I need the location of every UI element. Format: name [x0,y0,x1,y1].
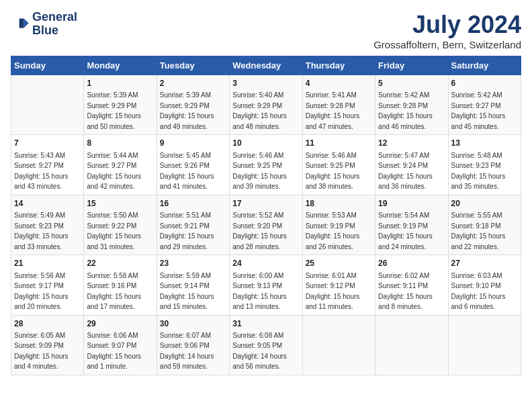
calendar-cell: 14Sunrise: 5:49 AM Sunset: 9:23 PM Dayli… [11,195,84,255]
day-content: Sunrise: 6:01 AM Sunset: 9:12 PM Dayligh… [306,272,360,311]
calendar-cell [11,75,84,135]
calendar-cell: 19Sunrise: 5:54 AM Sunset: 9:19 PM Dayli… [375,195,448,255]
day-number: 28 [14,318,81,330]
main-title: July 2024 [373,11,521,39]
day-content: Sunrise: 5:45 AM Sunset: 9:26 PM Dayligh… [160,152,214,191]
day-number: 22 [87,258,153,269]
day-number: 1 [87,78,153,89]
header-day-tuesday: Tuesday [157,56,229,75]
calendar-cell: 28Sunrise: 6:05 AM Sunset: 9:09 PM Dayli… [11,315,84,375]
calendar-cell: 30Sunrise: 6:07 AM Sunset: 9:06 PM Dayli… [157,315,229,375]
day-number: 10 [232,138,299,149]
header-day-monday: Monday [84,56,157,75]
day-number: 19 [378,198,445,210]
calendar-cell: 15Sunrise: 5:50 AM Sunset: 9:22 PM Dayli… [84,195,157,255]
day-content: Sunrise: 5:46 AM Sunset: 9:25 PM Dayligh… [232,152,287,191]
day-number: 6 [451,78,518,89]
logo: General Blue [11,11,77,38]
day-number: 15 [87,198,153,210]
day-content: Sunrise: 6:03 AM Sunset: 9:10 PM Dayligh… [451,272,506,311]
day-content: Sunrise: 5:39 AM Sunset: 9:29 PM Dayligh… [87,91,141,130]
calendar-cell: 22Sunrise: 5:58 AM Sunset: 9:16 PM Dayli… [84,255,157,315]
day-content: Sunrise: 5:55 AM Sunset: 9:18 PM Dayligh… [451,212,506,250]
title-block: July 2024 Grossaffoltern, Bern, Switzerl… [373,11,521,50]
svg-marker-1 [19,18,24,28]
calendar-body: 1Sunrise: 5:39 AM Sunset: 9:29 PM Daylig… [11,75,521,375]
day-content: Sunrise: 5:59 AM Sunset: 9:14 PM Dayligh… [160,272,214,311]
calendar-cell: 23Sunrise: 5:59 AM Sunset: 9:14 PM Dayli… [157,255,229,315]
calendar-cell: 17Sunrise: 5:52 AM Sunset: 9:20 PM Dayli… [230,195,302,255]
subtitle: Grossaffoltern, Bern, Switzerland [373,39,521,50]
calendar-week-1: 1Sunrise: 5:39 AM Sunset: 9:29 PM Daylig… [11,75,521,135]
calendar-table: SundayMondayTuesdayWednesdayThursdayFrid… [11,56,521,375]
calendar-cell: 4Sunrise: 5:41 AM Sunset: 9:28 PM Daylig… [302,75,375,135]
day-number: 7 [14,138,81,149]
day-content: Sunrise: 5:50 AM Sunset: 9:22 PM Dayligh… [87,212,141,250]
day-content: Sunrise: 6:06 AM Sunset: 9:07 PM Dayligh… [87,332,141,371]
day-number: 23 [160,258,226,269]
calendar-cell: 18Sunrise: 5:53 AM Sunset: 9:19 PM Dayli… [302,195,375,255]
calendar-cell: 31Sunrise: 6:08 AM Sunset: 9:05 PM Dayli… [230,315,302,375]
logo-line1: General [32,11,77,24]
day-number: 12 [378,138,445,149]
calendar-cell: 16Sunrise: 5:51 AM Sunset: 9:21 PM Dayli… [157,195,229,255]
day-number: 14 [14,198,81,210]
day-content: Sunrise: 5:53 AM Sunset: 9:19 PM Dayligh… [306,212,360,250]
calendar-week-3: 14Sunrise: 5:49 AM Sunset: 9:23 PM Dayli… [11,195,521,255]
calendar-cell: 1Sunrise: 5:39 AM Sunset: 9:29 PM Daylig… [84,75,157,135]
calendar-cell: 12Sunrise: 5:47 AM Sunset: 9:24 PM Dayli… [375,135,448,195]
day-number: 29 [87,318,153,330]
day-number: 18 [306,198,372,210]
calendar-cell: 24Sunrise: 6:00 AM Sunset: 9:13 PM Dayli… [230,255,302,315]
header-row: SundayMondayTuesdayWednesdayThursdayFrid… [11,56,521,75]
day-number: 8 [87,138,153,149]
day-content: Sunrise: 5:43 AM Sunset: 9:27 PM Dayligh… [14,152,69,191]
day-number: 2 [160,78,226,89]
calendar-cell: 13Sunrise: 5:48 AM Sunset: 9:23 PM Dayli… [448,135,521,195]
svg-marker-0 [24,18,29,28]
day-content: Sunrise: 6:07 AM Sunset: 9:06 PM Dayligh… [160,332,214,371]
calendar-cell: 26Sunrise: 6:02 AM Sunset: 9:11 PM Dayli… [375,255,448,315]
day-content: Sunrise: 5:49 AM Sunset: 9:23 PM Dayligh… [14,212,69,250]
calendar-cell [448,315,521,375]
day-content: Sunrise: 5:46 AM Sunset: 9:25 PM Dayligh… [306,152,360,191]
calendar-cell: 7Sunrise: 5:43 AM Sunset: 9:27 PM Daylig… [11,135,84,195]
calendar-cell: 10Sunrise: 5:46 AM Sunset: 9:25 PM Dayli… [230,135,302,195]
page-header: General Blue July 2024 Grossaffoltern, B… [11,11,521,50]
calendar-cell: 9Sunrise: 5:45 AM Sunset: 9:26 PM Daylig… [157,135,229,195]
logo-icon [11,15,30,34]
calendar-cell [375,315,448,375]
day-number: 30 [160,318,226,330]
day-content: Sunrise: 5:58 AM Sunset: 9:16 PM Dayligh… [87,272,141,311]
day-content: Sunrise: 5:39 AM Sunset: 9:29 PM Dayligh… [160,91,214,130]
day-number: 17 [232,198,299,210]
header-day-saturday: Saturday [448,56,521,75]
logo-line2: Blue [32,24,77,38]
day-number: 26 [378,258,445,269]
logo-text: General Blue [32,11,77,38]
day-content: Sunrise: 6:02 AM Sunset: 9:11 PM Dayligh… [378,272,433,311]
header-day-thursday: Thursday [302,56,375,75]
day-content: Sunrise: 5:56 AM Sunset: 9:17 PM Dayligh… [14,272,69,311]
day-number: 11 [306,138,372,149]
day-content: Sunrise: 5:40 AM Sunset: 9:29 PM Dayligh… [232,91,287,130]
day-number: 4 [306,78,372,89]
day-content: Sunrise: 6:05 AM Sunset: 9:09 PM Dayligh… [14,332,69,371]
day-number: 21 [14,258,81,269]
calendar-cell [302,315,375,375]
day-content: Sunrise: 5:41 AM Sunset: 9:28 PM Dayligh… [306,91,360,130]
day-content: Sunrise: 5:47 AM Sunset: 9:24 PM Dayligh… [378,152,433,191]
calendar-cell: 3Sunrise: 5:40 AM Sunset: 9:29 PM Daylig… [230,75,302,135]
calendar-header: SundayMondayTuesdayWednesdayThursdayFrid… [11,56,521,75]
header-day-wednesday: Wednesday [230,56,302,75]
day-content: Sunrise: 6:08 AM Sunset: 9:05 PM Dayligh… [232,332,287,371]
day-content: Sunrise: 5:42 AM Sunset: 9:27 PM Dayligh… [451,91,506,130]
day-content: Sunrise: 5:54 AM Sunset: 9:19 PM Dayligh… [378,212,433,250]
day-content: Sunrise: 5:51 AM Sunset: 9:21 PM Dayligh… [160,212,214,250]
calendar-week-2: 7Sunrise: 5:43 AM Sunset: 9:27 PM Daylig… [11,135,521,195]
calendar-cell: 20Sunrise: 5:55 AM Sunset: 9:18 PM Dayli… [448,195,521,255]
day-content: Sunrise: 5:48 AM Sunset: 9:23 PM Dayligh… [451,152,506,191]
calendar-cell: 6Sunrise: 5:42 AM Sunset: 9:27 PM Daylig… [448,75,521,135]
calendar-cell: 27Sunrise: 6:03 AM Sunset: 9:10 PM Dayli… [448,255,521,315]
header-day-sunday: Sunday [11,56,84,75]
